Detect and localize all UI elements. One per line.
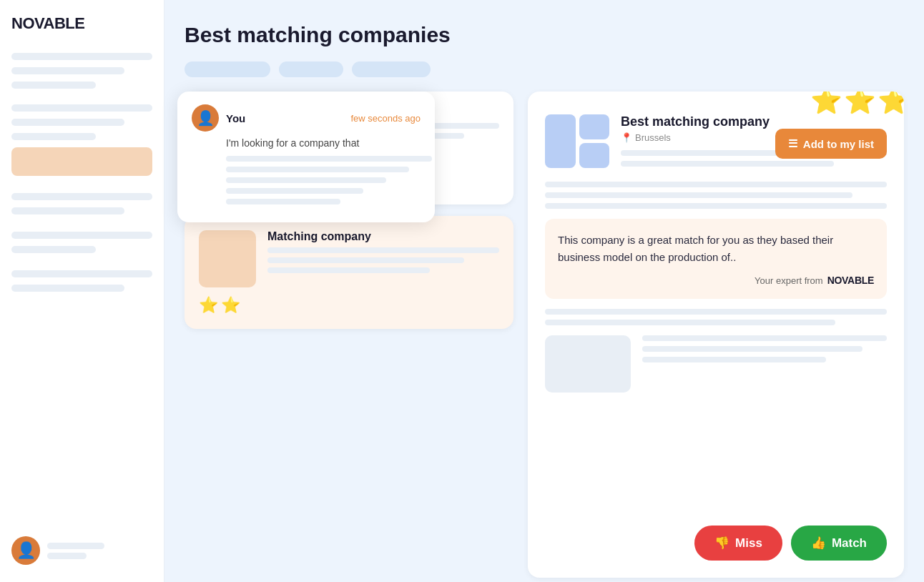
chat-avatar: 👤 <box>192 104 219 132</box>
expert-prefix: Your expert from <box>755 275 823 286</box>
novable-logo-small: NOVABLE <box>827 275 874 286</box>
chat-timestamp: few seconds ago <box>350 113 421 124</box>
location-pin-icon: 📍 <box>621 132 632 143</box>
card-stars-matching: ⭐ ⭐ <box>199 296 499 315</box>
matching-bar-1 <box>267 247 499 253</box>
thumbs-down-icon: 👎 <box>714 536 729 551</box>
card-top-matching: Matching company <box>199 230 499 287</box>
detail-logo <box>545 114 609 168</box>
bottom-line-3 <box>642 357 826 362</box>
chat-line-5 <box>226 199 340 204</box>
detail-logo-topright <box>579 114 610 139</box>
detail-line-5 <box>545 320 835 325</box>
sidebar-bar-7 <box>11 193 152 200</box>
bottom-line-2 <box>642 346 862 352</box>
username-bar <box>47 543 104 549</box>
sidebar-bar-2 <box>11 67 124 74</box>
sidebar-bar-8 <box>11 207 124 214</box>
detail-lines <box>545 182 887 209</box>
detail-star-2: ⭐ <box>844 92 876 116</box>
chat-avatar-icon: 👤 <box>197 109 215 127</box>
avatar-icon: 👤 <box>16 541 36 560</box>
detail-line-3 <box>545 203 887 209</box>
sidebar-bar-3 <box>11 82 96 89</box>
usermeta-bar <box>47 553 87 559</box>
chat-bubble: 👤 You few seconds ago I'm looking for a … <box>177 92 435 222</box>
chat-line-4 <box>226 188 363 194</box>
sidebar-bar-1 <box>11 53 152 60</box>
match-label: Match <box>832 536 867 551</box>
filter-pill-2[interactable] <box>279 61 343 77</box>
chat-user: 👤 You <box>192 104 245 132</box>
chat-line-3 <box>226 177 386 183</box>
matching-bar-3 <box>267 267 430 273</box>
matching-star-2: ⭐ <box>221 296 240 315</box>
detail-star-1: ⭐ <box>810 92 842 116</box>
match-explanation-box: This company is a great match for you as… <box>545 219 887 299</box>
card-info-matching: Matching company <box>267 230 499 287</box>
list-icon: ☰ <box>788 137 797 150</box>
detail-line-1 <box>545 182 887 187</box>
company-card-matching[interactable]: Matching company ⭐ ⭐ <box>185 216 513 329</box>
content-columns: 👤 You few seconds ago I'm looking for a … <box>185 92 904 578</box>
detail-star-3: ⭐ <box>878 92 904 116</box>
filter-bar <box>185 61 904 77</box>
sidebar-bar-orange <box>11 147 152 176</box>
sidebar-bar-4 <box>11 104 152 112</box>
detail-line-4 <box>545 309 887 315</box>
filter-pill-1[interactable] <box>185 61 270 77</box>
detail-logo-bottomright <box>579 143 610 168</box>
filter-pill-3[interactable] <box>352 61 431 77</box>
main-content: Best matching companies 👤 You few second… <box>164 0 924 582</box>
miss-label: Miss <box>735 536 762 551</box>
matching-star-1: ⭐ <box>199 296 218 315</box>
matching-bar-2 <box>267 257 464 263</box>
match-explanation-text: This company is a great match for you as… <box>558 232 874 266</box>
expert-attribution: Your expert from NOVABLE <box>558 275 874 286</box>
sidebar-bar-6 <box>11 133 96 140</box>
action-buttons: 👎 Miss 👍 Match <box>694 526 887 561</box>
detail-bottom <box>545 335 887 393</box>
sidebar-bar-10 <box>11 246 96 253</box>
thumbs-up-icon: 👍 <box>811 536 826 551</box>
miss-button[interactable]: 👎 Miss <box>694 526 782 561</box>
add-to-list-button[interactable]: ☰ Add to my list <box>775 129 887 159</box>
match-button[interactable]: 👍 Match <box>791 526 887 561</box>
add-to-list-label: Add to my list <box>803 138 874 150</box>
sidebar-bar-9 <box>11 232 152 239</box>
chat-message: I'm looking for a company that <box>226 137 421 149</box>
sidebar-bar-11 <box>11 270 152 277</box>
bottom-text-lines <box>642 335 887 368</box>
location-text: Brussels <box>635 132 671 143</box>
sidebar: NOVABLE 👤 <box>0 0 164 582</box>
chat-username: You <box>226 112 245 124</box>
detail-stars: ⭐ ⭐ ⭐ <box>810 92 904 116</box>
sidebar-bar-5 <box>11 119 124 126</box>
sidebar-bar-12 <box>11 285 124 292</box>
sidebar-logo: NOVABLE <box>11 14 152 33</box>
detail-panel: ⭐ ⭐ ⭐ Best matching company 📍 Brussels <box>528 92 904 578</box>
detail-logo-left <box>545 114 576 168</box>
company-logo-matching <box>199 230 256 287</box>
bottom-line-1 <box>642 335 887 341</box>
sidebar-user-row: 👤 <box>11 536 104 565</box>
page-title: Best matching companies <box>185 23 904 47</box>
detail-company-title: Best matching company <box>621 114 887 129</box>
user-info <box>47 543 104 559</box>
user-avatar: 👤 <box>11 536 40 565</box>
chat-line-2 <box>226 167 409 172</box>
card-title-matching: Matching company <box>267 230 499 243</box>
chat-line-1 <box>226 156 432 162</box>
bottom-thumbnail <box>545 335 631 393</box>
detail-bar-2 <box>621 161 834 167</box>
chat-header: 👤 You few seconds ago <box>192 104 421 132</box>
detail-line-2 <box>545 192 852 198</box>
cards-column: 👤 You few seconds ago I'm looking for a … <box>185 92 513 578</box>
